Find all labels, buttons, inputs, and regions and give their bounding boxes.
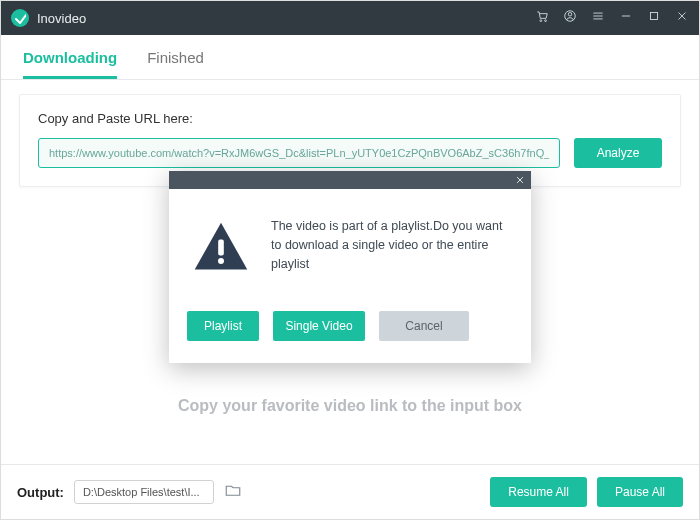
app-logo-icon	[11, 9, 29, 27]
dialog-header	[169, 171, 531, 189]
svg-point-14	[218, 258, 224, 264]
url-input-label: Copy and Paste URL here:	[38, 111, 662, 126]
playlist-dialog: The video is part of a playlist.Do you w…	[169, 171, 531, 363]
svg-point-3	[568, 13, 572, 17]
single-video-button[interactable]: Single Video	[273, 311, 365, 341]
output-label: Output:	[17, 485, 64, 500]
window-controls	[535, 9, 689, 27]
pause-all-button[interactable]: Pause All	[597, 477, 683, 507]
account-icon[interactable]	[563, 9, 577, 27]
app-title: Inovideo	[37, 11, 535, 26]
dialog-message: The video is part of a playlist.Do you w…	[271, 217, 509, 273]
browse-folder-icon[interactable]	[224, 481, 242, 503]
cart-icon[interactable]	[535, 9, 549, 27]
maximize-icon[interactable]	[647, 9, 661, 27]
resume-all-button[interactable]: Resume All	[490, 477, 587, 507]
bottombar: Output: D:\Desktop Files\test\I... Resum…	[1, 464, 699, 519]
warning-icon	[191, 217, 251, 281]
tab-finished[interactable]: Finished	[147, 49, 204, 79]
svg-point-0	[540, 20, 542, 22]
playlist-button[interactable]: Playlist	[187, 311, 259, 341]
cancel-button[interactable]: Cancel	[379, 311, 469, 341]
url-input[interactable]	[38, 138, 560, 168]
tab-downloading[interactable]: Downloading	[23, 49, 117, 79]
tabs: Downloading Finished	[1, 35, 699, 80]
svg-rect-8	[651, 13, 658, 20]
menu-icon[interactable]	[591, 9, 605, 27]
dialog-close-icon[interactable]	[515, 171, 525, 189]
empty-placeholder: Copy your favorite video link to the inp…	[1, 397, 699, 415]
svg-point-1	[545, 20, 547, 22]
titlebar: Inovideo	[1, 1, 699, 35]
output-path-field[interactable]: D:\Desktop Files\test\I...	[74, 480, 214, 504]
svg-rect-13	[218, 240, 224, 256]
minimize-icon[interactable]	[619, 9, 633, 27]
analyze-button[interactable]: Analyze	[574, 138, 662, 168]
close-icon[interactable]	[675, 9, 689, 27]
